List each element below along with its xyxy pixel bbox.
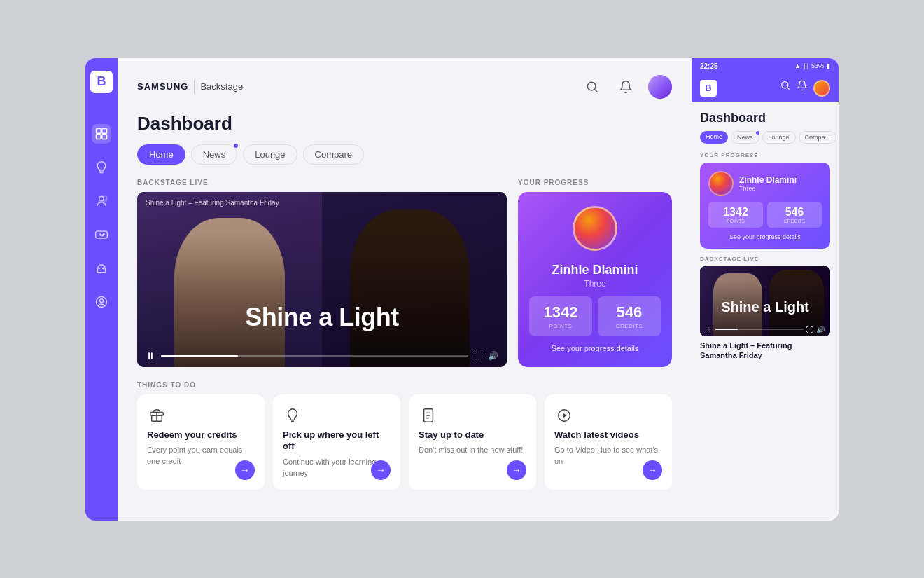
sidebar-item-account[interactable] [92,292,111,312]
tab-home[interactable]: Home [137,144,186,165]
signal-icon: ||| [804,62,808,69]
sidebar-logo: B [90,71,113,93]
svg-rect-3 [102,134,107,139]
document-icon [419,406,438,425]
mobile-tab-compa[interactable]: Compa... [799,131,837,144]
thing-arrow-pickup[interactable]: → [371,460,391,480]
user-avatar[interactable] [648,75,672,99]
mobile-page-title: Dashboard [700,111,830,125]
mobile-pause-btn[interactable]: ⏸ [706,326,713,333]
person-right [322,192,507,367]
mobile-progress-card: Zinhle Dlamini Three 1342 POINTS 546 CRE… [700,163,830,249]
mobile-user-avatar [708,171,734,196]
search-button[interactable] [581,76,603,98]
mobile-body: Dashboard Home News Lounge Compa... YOUR… [692,102,839,521]
thing-card-redeem: Redeem your credits Every point you earn… [137,394,265,490]
sidebar-item-ideas[interactable] [92,158,111,177]
points-label: POINTS [533,323,588,329]
wifi-icon: ▲ [794,62,801,69]
mobile-progress-fill [715,329,738,330]
mobile-video-player[interactable]: Shine a Light ⏸ ⛶ 🔊 [700,266,830,336]
mobile-preview: 22:25 ▲ ||| 53% ▮ B Dashboard [692,58,839,521]
notifications-button[interactable] [615,76,637,98]
sidebar-item-profile[interactable] [92,191,111,211]
volume-button[interactable]: 🔊 [488,351,498,361]
mobile-tab-home[interactable]: Home [700,131,728,144]
tabs-bar: Home News Lounge Compare [137,144,672,165]
mobile-user-row: Zinhle Dlamini Three [708,171,822,196]
avatar-image [648,75,672,99]
svg-rect-0 [97,128,102,133]
sidebar-item-controller[interactable] [92,259,111,278]
sections-row: BACKSTAGE LIVE Shine a Light – Featuring… [137,179,672,367]
video-progress-bar[interactable] [161,355,468,357]
mobile-header: B [692,74,839,102]
thing-arrow-videos[interactable]: → [643,460,662,480]
thing-card-pickup: Pick up where you left off Continue with… [273,394,400,490]
mobile-volume-btn[interactable]: 🔊 [816,326,825,333]
mobile-points-value: 1342 [711,206,760,219]
user-avatar-large [573,206,617,251]
video-main-text: Shine a Light [137,303,507,332]
person-left [137,192,322,367]
product-name: Backstage [200,81,243,92]
video-section: BACKSTAGE LIVE Shine a Light – Featuring… [137,179,507,367]
fullscreen-button[interactable]: ⛶ [474,351,482,361]
mobile-video-desc: Shine a Light – Featuring Samantha Frida… [700,340,830,361]
mobile-news-dot [756,131,760,135]
mobile-video-controls: ⏸ ⛶ 🔊 [700,323,830,336]
mobile-tab-news[interactable]: News [731,131,760,144]
credits-box: 546 CREDITS [598,296,661,336]
mobile-video-desc-line2: Samantha Friday [700,351,762,359]
mobile-time: 22:25 [700,62,718,70]
svg-point-21 [782,81,788,88]
app-wrapper: B SA [85,58,839,521]
video-persons [137,192,507,367]
user-name: Zinhle Dlamini [552,263,638,277]
mobile-tab-lounge[interactable]: Lounge [762,131,796,144]
mobile-tabs: Home News Lounge Compa... [700,131,830,144]
backstage-live-label: BACKSTAGE LIVE [137,179,507,186]
thing-title-redeem: Redeem your credits [147,429,255,441]
header-icons [581,75,672,99]
svg-rect-1 [102,128,107,133]
mobile-bell-icon[interactable] [797,80,808,97]
svg-point-8 [102,235,104,236]
mobile-stats-row: 1342 POINTS 546 CREDITS [708,202,822,228]
tab-lounge[interactable]: Lounge [243,144,297,165]
news-tab-dot [234,144,238,148]
mobile-search-icon[interactable] [780,80,791,97]
thing-card-videos: Watch latest videos Go to Video Hub to s… [545,394,672,490]
svg-point-10 [97,296,107,307]
tab-compare[interactable]: Compare [303,144,364,165]
sidebar-item-games[interactable] [92,225,111,245]
video-player[interactable]: Shine a Light – Featuring Samantha Frida… [137,192,507,367]
mobile-avatar[interactable] [813,80,830,97]
svg-rect-5 [104,196,107,201]
mobile-progress-label: YOUR PROGRESS [700,152,830,158]
svg-rect-2 [97,134,102,139]
things-label: THINGS TO DO [137,381,672,389]
sidebar-item-dashboard[interactable] [92,124,111,144]
progress-card: Zinhle Dlamini Three 1342 POINTS 546 CRE… [518,192,672,367]
mobile-header-icons [780,80,830,97]
video-controls: ⏸ ⛶ 🔊 [137,345,507,367]
thing-desc-update: Don't miss out in the new stuff! [419,445,526,455]
thing-arrow-update[interactable]: → [507,460,526,480]
thing-arrow-redeem[interactable]: → [235,460,255,480]
mobile-progress-bar[interactable] [715,329,804,330]
things-to-do-section: THINGS TO DO Redeem your credits Every p… [137,381,672,490]
mobile-fullscreen-btn[interactable]: ⛶ [806,326,813,333]
points-box: 1342 POINTS [529,296,592,336]
video-title-overlay: Shine a Light – Featuring Samantha Frida… [146,199,279,207]
progress-link[interactable]: See your progress details [552,344,639,352]
mobile-backstage-label: BACKSTAGE LIVE [700,256,830,262]
your-progress-label: YOUR PROGRESS [518,179,672,186]
thing-title-videos: Watch latest videos [554,429,662,441]
tab-news[interactable]: News [191,144,238,165]
mobile-credits-value: 546 [770,206,819,219]
pause-button[interactable]: ⏸ [146,350,155,362]
mobile-status-bar: 22:25 ▲ ||| 53% ▮ [692,58,839,74]
video-background: Shine a Light – Featuring Samantha Frida… [137,192,507,367]
mobile-progress-link[interactable]: See your progress details [708,233,822,240]
